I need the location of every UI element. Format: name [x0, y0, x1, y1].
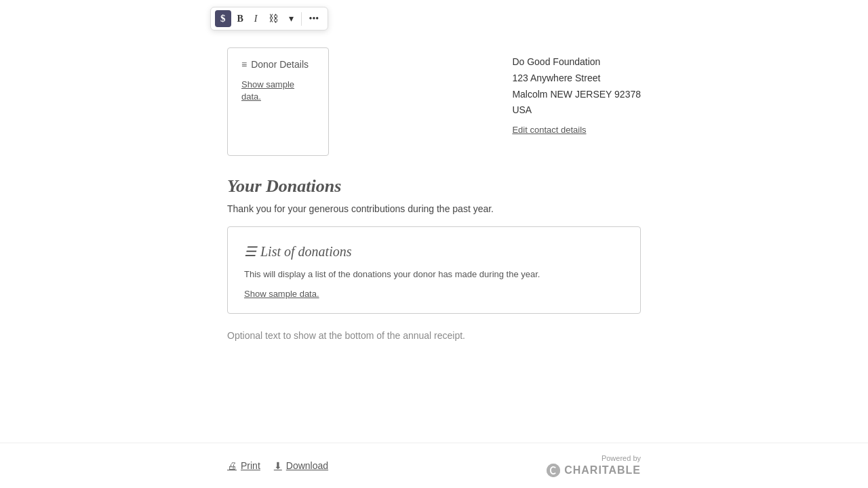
donor-details-block: ≡ Donor Details Show sample data.	[227, 47, 329, 156]
top-section: ≡ Donor Details Show sample data. Do Goo…	[227, 41, 641, 156]
edit-contact-link[interactable]: Edit contact details	[512, 123, 641, 138]
charitable-icon	[547, 464, 560, 477]
address-block: Do Good Foundation 123 Anywhere Street M…	[512, 47, 641, 156]
donor-show-sample-link[interactable]: Show sample data.	[241, 79, 294, 102]
chevron-button[interactable]: ▾	[284, 10, 298, 27]
toolbar-divider	[301, 12, 302, 26]
optional-text: Optional text to show at the bottom of t…	[227, 330, 641, 341]
content-area: ≡ Donor Details Show sample data. Do Goo…	[0, 0, 868, 375]
donations-block-title: ☰ List of donations	[244, 243, 624, 260]
svg-point-0	[547, 464, 560, 477]
link-icon: ⛓	[269, 14, 278, 24]
dollar-button[interactable]: $	[215, 10, 231, 27]
download-label: Download	[286, 460, 328, 471]
donations-block-description: This will display a list of the donation…	[244, 269, 624, 279]
footer: 🖨 Print ⬇ Download Powered by CHARITABLE	[0, 443, 868, 488]
donations-block: ☰ List of donations This will display a …	[227, 226, 641, 314]
charitable-logo: CHARITABLE	[547, 464, 641, 477]
chevron-down-icon: ▾	[289, 13, 294, 24]
print-button[interactable]: 🖨 Print	[227, 460, 260, 471]
charitable-svg-icon	[547, 464, 560, 477]
page-container: $ B I ⛓ ▾ ••• ≡ Donor Details	[0, 0, 868, 488]
download-icon: ⬇	[274, 460, 282, 471]
italic-button[interactable]: I	[250, 11, 262, 27]
org-city-state: Malcolm NEW JERSEY 92378	[512, 87, 641, 103]
bold-icon: B	[237, 14, 243, 24]
document-body: ≡ Donor Details Show sample data. Do Goo…	[227, 7, 641, 341]
editor-toolbar: $ B I ⛓ ▾ •••	[210, 7, 328, 30]
download-button[interactable]: ⬇ Download	[274, 460, 328, 471]
donations-block-title-text: List of donations	[260, 244, 351, 260]
dollar-icon: $	[220, 13, 226, 24]
charitable-name: CHARITABLE	[564, 464, 641, 476]
italic-icon: I	[254, 14, 258, 24]
link-button[interactable]: ⛓	[264, 11, 283, 27]
powered-by: Powered by CHARITABLE	[547, 454, 641, 477]
donor-details-text: Donor Details	[251, 59, 309, 70]
more-options-button[interactable]: •••	[304, 11, 324, 27]
org-street: 123 Anywhere Street	[512, 70, 641, 87]
print-icon: 🖨	[227, 460, 237, 471]
org-country: USA	[512, 102, 641, 119]
org-name: Do Good Foundation	[512, 54, 641, 70]
powered-by-text: Powered by	[601, 454, 641, 462]
donations-section: Your Donations Thank you for your genero…	[227, 176, 641, 341]
more-icon: •••	[309, 14, 319, 24]
section-title: Your Donations	[227, 176, 641, 197]
section-subtitle: Thank you for your generous contribution…	[227, 203, 641, 214]
donations-show-sample-link[interactable]: Show sample data.	[244, 289, 319, 299]
donor-details-label: ≡ Donor Details	[241, 59, 315, 70]
list-of-donations-icon: ☰	[244, 243, 256, 260]
footer-left: 🖨 Print ⬇ Download	[227, 460, 328, 471]
bold-button[interactable]: B	[233, 11, 248, 27]
list-icon: ≡	[241, 59, 247, 70]
print-label: Print	[241, 460, 260, 471]
